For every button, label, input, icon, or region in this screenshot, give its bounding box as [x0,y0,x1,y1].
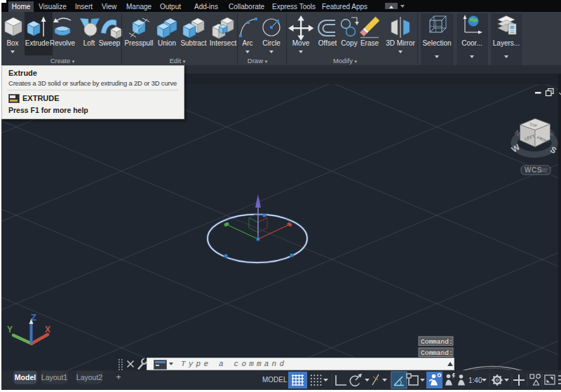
svg-text:Command:: Command: [421,338,453,346]
svg-text:WCS: WCS [525,166,542,174]
svg-text:1:40: 1:40 [468,377,482,384]
svg-text:X: X [45,325,50,334]
svg-text:Z: Z [31,312,36,323]
svg-text:Y: Y [7,325,13,334]
svg-text:Command:: Command: [421,349,453,357]
